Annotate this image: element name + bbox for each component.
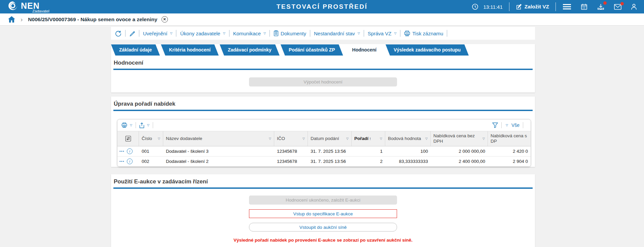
header-bodova-hodnota[interactable]: Bodová hodnota ▽ [385,131,431,146]
notification-badge [603,1,607,5]
header-cena-s-dph[interactable]: Nabídková cena s DP [488,131,531,146]
toolbar-divider [270,30,270,37]
header-cislo[interactable]: Číslo ▽ [139,131,163,146]
row-menu-icon[interactable]: ••• [119,156,124,166]
column-filter-icon[interactable]: ▽ [269,137,271,140]
section-title-hodnoceni: Hodnocení [111,56,535,69]
offers-table-panel: ▽ ▽ [117,119,531,167]
header-divider [556,2,556,11]
tab-zakladni-udaje[interactable]: Základní údaje [111,44,160,56]
column-filter-icon[interactable]: ▽ [158,137,160,140]
tab-hodnoceni[interactable]: Hodnocení [344,44,385,56]
column-label: Bodová hodnota [388,136,421,141]
app-header: NEN Zadavatel TESTOVACÍ PROSTŘEDÍ 13:11:… [0,0,644,13]
column-filter-icon[interactable]: ▽ [302,137,305,140]
filter-icon[interactable] [492,122,498,128]
nen-logo-icon [7,0,18,11]
messages-envelope-icon[interactable] [613,3,622,10]
info-icon[interactable]: i [127,158,133,164]
cell-cena-s-dph: 2 904 0 [488,156,531,166]
menu-sprava-vz[interactable]: Správa VZ ▽ [368,31,397,36]
tab-kriteria-hodnoceni[interactable]: Kritéria hodnocení [161,44,219,56]
table-toolbar: ▽ ▽ [117,119,531,131]
module-label: Zadavatel [32,9,49,13]
user-profile-icon[interactable] [630,3,638,11]
toolbar-divider [139,30,139,37]
cell-datum: 31. 7. 2025 13:56 [308,156,352,166]
menu-label: Nestandardní stav [314,31,355,36]
menu-ukony-zadavatele[interactable]: Úkony zadavatele ▽ [180,31,225,36]
auction-room-button[interactable]: Vstoupit do aukční síně [249,223,397,232]
edit-record-icon[interactable] [129,30,135,36]
toolbar-divider [501,122,502,128]
record-title[interactable]: N006/25/V00007369 - Nákup semen ovoce a … [28,16,157,23]
filter-all-dropdown[interactable]: ▽ Vše [505,122,520,128]
menu-hamburger-icon[interactable] [562,3,572,10]
tab-podani-ucastniku[interactable]: Podání účastníků ZP [281,44,343,56]
history-refresh-icon[interactable] [115,30,121,37]
dropdown-icon: ▽ [170,32,173,35]
dropdown-icon: ▽ [394,32,397,35]
menu-dokumenty[interactable]: Dokumenty [274,30,306,36]
menu-label: Komunikace [233,31,261,36]
toolbar-divider [447,30,447,37]
dropdown-icon: ▽ [263,32,266,35]
current-time: 13:11:41 [484,4,503,10]
calendar-icon[interactable] [580,3,588,11]
table-row[interactable]: ••• i 001 Dodavatel - školení 3 12345678… [117,146,531,156]
toolbar-divider [400,30,400,37]
toolbar-divider [523,122,523,128]
close-record-icon[interactable]: ✕ [162,16,168,23]
column-settings-header[interactable] [117,131,139,146]
column-filter-icon[interactable]: ▽ [425,137,428,140]
header-cena-bez-dph[interactable]: Nabídková cena bez DPH ▽ [431,131,488,146]
dropdown-icon: ▽ [223,32,225,35]
dropdown-icon: ▽ [506,123,508,127]
row-menu-icon[interactable]: ••• [119,146,124,156]
cell-ico: 12345678 [274,146,308,156]
column-label: Nabídková cena bez DPH [433,133,476,144]
tab-zadavaci-podminky[interactable]: Zadávací podmínky [220,44,280,56]
compute-evaluation-button[interactable]: Výpočet hodnocení [249,77,397,86]
menu-label: Uveřejnění [143,31,168,36]
table-header-row: Číslo ▽ Název dodavatele ▽ IČO ▽ Datum p… [117,131,531,146]
menu-uverejneni[interactable]: Uveřejnění ▽ [143,31,172,36]
column-label: Nabídková cena s DP [491,133,528,144]
menu-tisk-zaznamu[interactable]: Tisk záznamu [404,31,443,36]
printer-icon [404,31,410,36]
evaluation-finished-button[interactable]: Hodnocení ukončeno, založit E-aukci [249,196,397,205]
nen-logo[interactable]: NEN Zadavatel [7,0,49,13]
cell-bodova: 83,333333333 [385,156,431,166]
header-poradi[interactable]: Pořadí ↑ ▽ [352,131,385,146]
inbox-download-icon[interactable] [597,3,605,11]
column-label: IČO [277,136,285,141]
section-title-eaukce: Použití E-aukce v zadávacím řízení [111,174,535,187]
breadcrumb: › N006/25/V00007369 - Nákup semen ovoce … [0,13,644,26]
menu-nestandardni-stav[interactable]: Nestandardní stav ▽ [314,31,360,36]
record-toolbar: Uveřejnění ▽ Úkony zadavatele ▽ Komunika… [111,27,535,40]
table-row[interactable]: ••• i 002 Dodavatel - školení 2 12345678… [117,156,531,167]
header-ico[interactable]: IČO ▽ [274,131,308,146]
header-nazev-dodavatele[interactable]: Název dodavatele ▽ [163,131,274,146]
info-icon[interactable]: i [127,148,133,154]
eauction-spec-button[interactable]: Vstup do specifikace E-aukce [249,209,397,218]
content-column: Uveřejnění ▽ Úkony zadavatele ▽ Komunika… [111,26,535,247]
table-export-icon[interactable]: ▽ [139,122,149,128]
menu-label: Dokumenty [281,31,306,36]
cell-ico: 12345678 [274,156,308,166]
table-print-icon[interactable]: ▽ [121,122,132,128]
dropdown-icon: ▽ [130,123,132,127]
column-filter-icon[interactable]: ▽ [380,137,382,140]
header-datum-podani[interactable]: Datum podání ▽ [308,131,352,146]
create-vz-button[interactable]: Založit VZ [516,4,549,10]
menu-komunikace[interactable]: Komunikace ▽ [233,31,266,36]
header-divider [509,2,509,11]
cell-bodova: 100 [385,146,431,156]
section-title-poradi: Úprava pořadí nabídek [111,97,535,110]
column-filter-icon[interactable]: ▽ [482,137,485,140]
edit-icon [516,4,522,10]
column-filter-icon[interactable]: ▽ [346,137,349,140]
toolbar-divider [136,122,136,128]
home-icon[interactable] [8,16,15,23]
tab-vysledek-postupu[interactable]: Výsledek zadávacího postupu [386,44,469,56]
